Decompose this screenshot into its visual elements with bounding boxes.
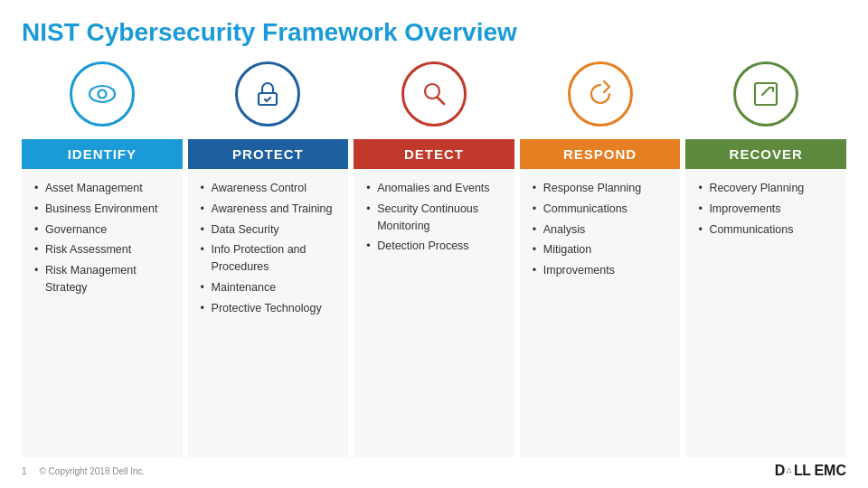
footer-left: 1 © Copyright 2018 Dell Inc.: [22, 466, 145, 476]
detect-list: Anomalies and Events Security Continuous…: [366, 178, 505, 257]
list-item: Mitigation: [533, 239, 672, 260]
dell-logo-text: D: [775, 463, 785, 479]
list-item: Risk Assessment: [34, 239, 174, 260]
page-number: 1: [22, 466, 27, 476]
list-item: Communications: [533, 199, 672, 220]
search-icon: [418, 78, 450, 110]
list-item: Risk Management Strategy: [34, 260, 174, 298]
edit-box-icon: [750, 78, 782, 110]
list-item: Recovery Planning: [698, 178, 837, 199]
list-item: Maintenance: [201, 277, 340, 298]
list-item: Awareness and Training: [201, 199, 340, 220]
list-item: Improvements: [698, 199, 837, 220]
reply-icon: [584, 78, 617, 110]
dell-emc-logo: D∴LL EMC: [775, 463, 846, 479]
dell-dots: ∴: [787, 467, 791, 475]
svg-line-4: [438, 98, 444, 104]
respond-list: Response Planning Communications Analysi…: [533, 178, 672, 281]
detect-content: Anomalies and Events Security Continuous…: [354, 169, 514, 457]
column-identify: IDENTIFY Asset Management Business Envir…: [22, 61, 183, 457]
identify-list: Asset Management Business Environment Go…: [34, 178, 174, 298]
svg-point-3: [425, 84, 439, 99]
identify-icon-circle: [70, 61, 135, 127]
copyright-text: © Copyright 2018 Dell Inc.: [39, 466, 145, 476]
column-detect: DETECT Anomalies and Events Security Con…: [354, 61, 514, 457]
detect-header: DETECT: [354, 139, 514, 169]
list-item: Security Continuous Monitoring: [366, 199, 505, 237]
recover-list: Recovery Planning Improvements Communica…: [698, 178, 837, 239]
list-item: Improvements: [533, 260, 672, 281]
emc-logo-text: EMC: [814, 463, 846, 479]
list-item: Governance: [34, 220, 174, 240]
svg-rect-5: [755, 83, 777, 105]
list-item: Info Protection and Procedures: [201, 239, 340, 277]
list-item: Data Security: [201, 220, 340, 240]
lock-icon: [251, 78, 284, 110]
detect-icon-circle: [401, 61, 467, 127]
list-item: Response Planning: [533, 178, 672, 199]
identify-content: Asset Management Business Environment Go…: [22, 169, 183, 457]
respond-icon-area: [520, 61, 681, 134]
recover-icon-area: [685, 61, 846, 134]
respond-icon-circle: [568, 61, 633, 127]
recover-icon-circle: [733, 61, 798, 127]
detect-icon-area: [354, 61, 514, 134]
svg-line-6: [762, 88, 769, 95]
protect-icon-circle: [235, 61, 300, 127]
eye-icon: [86, 78, 118, 110]
identify-icon-area: [22, 61, 183, 134]
list-item: Awareness Control: [201, 178, 340, 199]
framework-container: IDENTIFY Asset Management Business Envir…: [22, 61, 846, 457]
protect-list: Awareness Control Awareness and Training…: [201, 178, 340, 318]
svg-point-0: [90, 86, 115, 102]
recover-header: RECOVER: [685, 139, 846, 169]
list-item: Detection Process: [366, 236, 505, 257]
column-protect: PROTECT Awareness Control Awareness and …: [188, 61, 349, 457]
list-item: Anomalies and Events: [366, 178, 505, 199]
respond-header: RESPOND: [520, 139, 681, 169]
page-title: NIST Cybersecurity Framework Overview: [22, 18, 846, 47]
list-item: Communications: [698, 220, 837, 240]
column-recover: RECOVER Recovery Planning Improvements C…: [685, 61, 846, 457]
respond-content: Response Planning Communications Analysi…: [520, 169, 681, 457]
svg-point-1: [98, 90, 106, 99]
protect-header: PROTECT: [188, 139, 349, 169]
list-item: Analysis: [533, 220, 672, 240]
dell-logo-text2: LL: [794, 463, 811, 479]
list-item: Business Environment: [34, 199, 174, 220]
protect-icon-area: [188, 61, 349, 134]
slide: NIST Cybersecurity Framework Overview ID…: [0, 0, 868, 488]
footer: 1 © Copyright 2018 Dell Inc. D∴LL EMC: [22, 463, 846, 479]
protect-content: Awareness Control Awareness and Training…: [188, 169, 349, 457]
list-item: Protective Technology: [201, 298, 340, 319]
recover-content: Recovery Planning Improvements Communica…: [685, 169, 846, 457]
list-item: Asset Management: [34, 178, 174, 199]
column-respond: RESPOND Response Planning Communications…: [520, 61, 681, 457]
identify-header: IDENTIFY: [22, 139, 183, 169]
